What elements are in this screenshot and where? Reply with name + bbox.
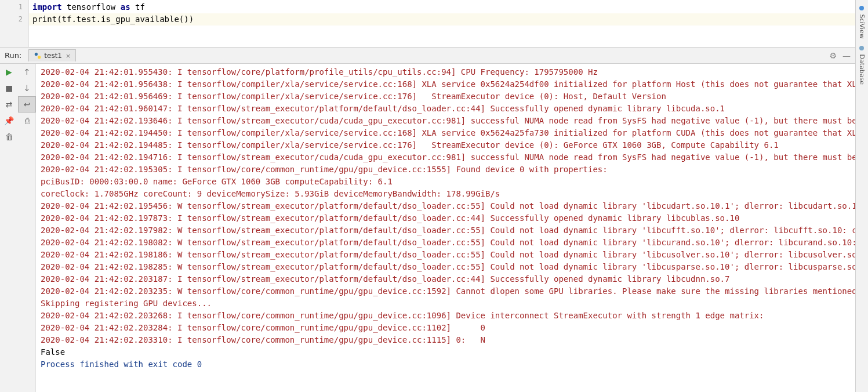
console-line: 2020-02-04 21:42:02.193646: I tensorflow… xyxy=(41,115,851,127)
console-line: 2020-02-04 21:42:02.203268: I tensorflow… xyxy=(41,310,851,322)
console-line: Skipping registering GPU devices... xyxy=(41,297,851,310)
svg-point-0 xyxy=(35,53,38,56)
run-tab[interactable]: test1 × xyxy=(28,49,76,61)
database-label: Database xyxy=(858,54,866,85)
python-file-icon xyxy=(34,52,42,60)
right-side-tabs: SciView Database xyxy=(855,0,868,392)
console-line: 2020-02-04 21:42:01.956438: I tensorflow… xyxy=(41,78,851,90)
console-line: 2020-02-04 21:42:02.197982: W tensorflow… xyxy=(41,224,851,237)
console-line: 2020-02-04 21:42:02.197873: I tensorflow… xyxy=(41,212,851,224)
database-icon xyxy=(859,46,864,50)
down-stack-button[interactable]: ↓ xyxy=(18,80,36,96)
stop-button[interactable]: ■ xyxy=(0,80,18,96)
console-line: 2020-02-04 21:42:02.198285: W tensorflow… xyxy=(41,261,851,273)
console-line: 2020-02-04 21:42:02.203310: I tensorflow… xyxy=(41,334,851,346)
console-line: 2020-02-04 21:42:01.960147: I tensorflow… xyxy=(41,103,851,115)
console-line: 2020-02-04 21:42:02.194450: I tensorflow… xyxy=(41,127,851,139)
line-number[interactable]: 2 xyxy=(0,13,28,26)
console-line: 2020-02-04 21:42:02.198082: W tensorflow… xyxy=(41,237,851,249)
code-line[interactable]: import tensorflow as tf xyxy=(29,1,860,13)
run-body: ▶ ↑ ■ ↓ ⇄ ↩ 📌 ⎙ 🗑 2020-02-04 21:42:01.95… xyxy=(0,64,855,392)
console-line: False xyxy=(41,346,851,358)
sciview-tab[interactable]: SciView xyxy=(857,2,867,42)
print-button[interactable]: ⎙ xyxy=(18,112,36,129)
database-tab[interactable]: Database xyxy=(857,42,867,88)
console-line: 2020-02-04 21:42:02.203187: I tensorflow… xyxy=(41,273,851,285)
line-number[interactable]: 1 xyxy=(0,1,28,13)
console-line: 2020-02-04 21:42:02.198186: W tensorflow… xyxy=(41,249,851,261)
console-line: 2020-02-04 21:42:01.956469: I tensorflow… xyxy=(41,90,851,103)
console-line: 2020-02-04 21:42:01.955430: I tensorflow… xyxy=(41,66,851,78)
gear-icon[interactable]: ⚙ xyxy=(829,51,837,60)
console-output[interactable]: 2020-02-04 21:42:01.955430: I tensorflow… xyxy=(36,64,855,392)
sciview-icon xyxy=(859,6,864,10)
run-panel: Run: test1 × ⚙ — ▶ ↑ ■ ↓ ⇄ ↩ 📌 ⎙ 🗑 2020-… xyxy=(0,48,855,392)
run-label: Run: xyxy=(5,51,21,60)
code-editor[interactable]: import tensorflow as tfprint(tf.test.is_… xyxy=(29,0,860,47)
trash-button[interactable]: 🗑 xyxy=(0,129,18,145)
sciview-label: SciView xyxy=(858,14,866,39)
console-line: pciBusID: 0000:03:00.0 name: GeForce GTX… xyxy=(41,176,851,188)
console-line: coreClock: 1.7085GHz coreCount: 9 device… xyxy=(41,188,851,200)
code-line[interactable]: print(tf.test.is_gpu_available()) xyxy=(29,13,860,26)
console-line: 2020-02-04 21:42:02.195456: W tensorflow… xyxy=(41,200,851,212)
close-tab-icon[interactable]: × xyxy=(66,52,71,60)
layout-button[interactable]: ⇄ xyxy=(0,96,18,112)
console-line: 2020-02-04 21:42:02.203235: W tensorflow… xyxy=(41,285,851,297)
up-stack-button[interactable]: ↑ xyxy=(18,64,36,80)
console-line: 2020-02-04 21:42:02.203284: I tensorflow… xyxy=(41,322,851,334)
pin-button[interactable]: 📌 xyxy=(0,112,18,129)
run-header: Run: test1 × ⚙ — xyxy=(0,48,855,64)
soft-wrap-button[interactable]: ↩ xyxy=(18,96,36,112)
editor-gutter: 12 xyxy=(0,0,29,47)
editor-area: 12 import tensorflow as tfprint(tf.test.… xyxy=(0,0,868,48)
rerun-button[interactable]: ▶ xyxy=(0,64,18,80)
run-tab-label: test1 xyxy=(44,52,62,60)
hide-panel-icon[interactable]: — xyxy=(842,51,851,60)
svg-point-1 xyxy=(38,56,41,59)
console-line: Process finished with exit code 0 xyxy=(41,358,851,371)
console-line: 2020-02-04 21:42:02.194716: I tensorflow… xyxy=(41,151,851,164)
console-line: 2020-02-04 21:42:02.195305: I tensorflow… xyxy=(41,164,851,176)
console-line: 2020-02-04 21:42:02.194485: I tensorflow… xyxy=(41,139,851,151)
run-toolbar: ▶ ↑ ■ ↓ ⇄ ↩ 📌 ⎙ 🗑 xyxy=(0,64,36,392)
